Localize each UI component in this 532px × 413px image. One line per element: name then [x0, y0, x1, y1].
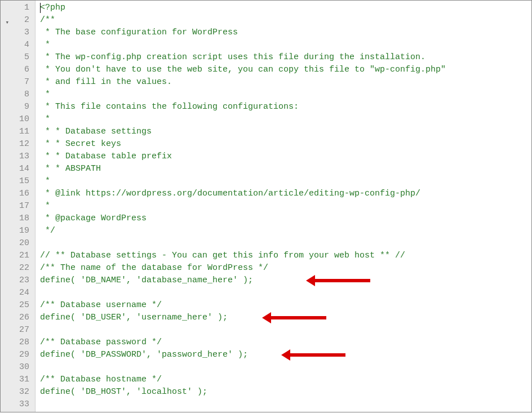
- code-text: );: [192, 387, 207, 397]
- code-text: *: [40, 176, 50, 186]
- code-editor[interactable]: 1 2▾ 3 4 5 6 7 8 9 10 11 12 13 14 15 16 …: [1, 1, 531, 412]
- line-number: 29: [1, 349, 33, 361]
- annotation-arrow-icon: [314, 279, 370, 282]
- code-text: /**: [40, 15, 55, 25]
- code-text: * You don't have to use the web site, yo…: [40, 65, 446, 74]
- code-line-17[interactable]: *: [40, 200, 531, 212]
- code-text: define(: [40, 313, 81, 322]
- code-line-15[interactable]: *: [40, 175, 531, 188]
- code-text: *: [40, 90, 50, 99]
- code-line-27[interactable]: [40, 324, 531, 336]
- code-line-32[interactable]: define( 'DB_HOST', 'localhost' );: [40, 386, 531, 398]
- code-text: define(: [40, 350, 81, 359]
- line-number-gutter: 1 2▾ 3 4 5 6 7 8 9 10 11 12 13 14 15 16 …: [1, 1, 36, 412]
- code-text: ,: [126, 313, 136, 322]
- code-line-25[interactable]: /** Database username */: [40, 299, 531, 312]
- code-line-31[interactable]: /** Database hostname */: [40, 374, 531, 386]
- code-text: * @link https://wordpress.org/documentat…: [40, 189, 420, 198]
- code-text: ,: [126, 387, 136, 397]
- code-text: );: [233, 350, 248, 359]
- code-line-18[interactable]: * @package WordPress: [40, 212, 531, 225]
- line-number: 5: [1, 51, 33, 64]
- code-line-1[interactable]: <?php: [40, 2, 531, 14]
- code-line-6[interactable]: * You don't have to use the web site, yo…: [40, 64, 531, 76]
- code-text: /** Database username */: [40, 300, 162, 310]
- code-line-20[interactable]: [40, 237, 531, 250]
- line-number: 23: [1, 274, 33, 287]
- code-line-24[interactable]: [40, 287, 531, 299]
- code-line-30[interactable]: [40, 361, 531, 374]
- line-number: 24: [1, 287, 33, 299]
- line-number: 22: [1, 262, 33, 274]
- code-text: 'database_name_here': [136, 276, 238, 285]
- line-number: 26: [1, 312, 33, 324]
- code-line-13[interactable]: * * Database table prefix: [40, 150, 531, 163]
- code-text: 'DB_NAME': [81, 276, 126, 285]
- code-text: /** Database password */: [40, 337, 162, 347]
- code-text: 'localhost': [136, 387, 192, 397]
- code-line-19[interactable]: */: [40, 225, 531, 237]
- code-line-28[interactable]: /** Database password */: [40, 336, 531, 349]
- code-text: 'DB_HOST': [81, 387, 126, 397]
- line-number: 8: [1, 88, 33, 101]
- line-number: 16: [1, 188, 33, 200]
- line-number: 4: [1, 39, 33, 51]
- line-number: 1: [1, 2, 33, 14]
- code-text: */: [40, 226, 55, 236]
- code-area[interactable]: <?php /** * The base configuration for W…: [36, 1, 531, 412]
- line-number: 27: [1, 324, 33, 336]
- code-text: * * Database table prefix: [40, 152, 172, 161]
- line-number: 10: [1, 113, 33, 126]
- code-line-21[interactable]: // ** Database settings - You can get th…: [40, 250, 531, 262]
- line-number: 21: [1, 250, 33, 262]
- code-text: * This file contains the following confi…: [40, 102, 299, 112]
- code-text: * and fill in the values.: [40, 77, 172, 87]
- code-line-16[interactable]: * @link https://wordpress.org/documentat…: [40, 188, 531, 200]
- code-line-7[interactable]: * and fill in the values.: [40, 76, 531, 88]
- code-text: * The wp-config.php creation script uses…: [40, 52, 425, 62]
- code-text: // ** Database settings - You can get th…: [40, 251, 405, 260]
- line-number: 2▾: [1, 14, 33, 26]
- line-number: 15: [1, 175, 33, 188]
- line-number: 18: [1, 212, 33, 225]
- code-line-2[interactable]: /**: [40, 14, 531, 26]
- code-line-3[interactable]: * The base configuration for WordPress: [40, 26, 531, 39]
- code-line-11[interactable]: * * Database settings: [40, 126, 531, 138]
- code-line-33[interactable]: [40, 398, 531, 411]
- code-text: /** The name of the database for WordPre…: [40, 263, 268, 273]
- code-text: );: [212, 313, 228, 322]
- code-text: * * Database settings: [40, 127, 152, 136]
- code-line-10[interactable]: *: [40, 113, 531, 126]
- code-text: ,: [147, 350, 157, 359]
- code-text: *: [40, 40, 50, 50]
- code-line-29[interactable]: define( 'DB_PASSWORD', 'password_here' )…: [40, 349, 531, 361]
- line-number: 32: [1, 386, 33, 398]
- line-number: 31: [1, 374, 33, 386]
- line-number: 30: [1, 361, 33, 374]
- code-line-22[interactable]: /** The name of the database for WordPre…: [40, 262, 531, 274]
- code-text: *: [40, 114, 50, 124]
- code-line-23[interactable]: define( 'DB_NAME', 'database_name_here' …: [40, 274, 531, 287]
- code-text: ,: [126, 276, 136, 285]
- line-number: 33: [1, 398, 33, 411]
- code-line-12[interactable]: * * Secret keys: [40, 138, 531, 150]
- code-text: 'DB_PASSWORD': [81, 350, 147, 359]
- code-text: *: [40, 201, 50, 211]
- line-number: 7: [1, 76, 33, 88]
- code-text: * The base configuration for WordPress: [40, 28, 238, 37]
- code-line-5[interactable]: * The wp-config.php creation script uses…: [40, 51, 531, 64]
- code-line-26[interactable]: define( 'DB_USER', 'username_here' );: [40, 312, 531, 324]
- line-number: 9: [1, 101, 33, 113]
- code-text: * * ABSPATH: [40, 164, 101, 174]
- annotation-arrow-icon: [289, 353, 345, 357]
- code-text: 'password_here': [157, 350, 233, 359]
- code-line-8[interactable]: *: [40, 88, 531, 101]
- code-line-9[interactable]: * This file contains the following confi…: [40, 101, 531, 113]
- line-number: 13: [1, 150, 33, 163]
- code-line-4[interactable]: *: [40, 39, 531, 51]
- line-number: 28: [1, 336, 33, 349]
- code-line-14[interactable]: * * ABSPATH: [40, 163, 531, 175]
- code-text: * * Secret keys: [40, 139, 121, 149]
- line-number: 12: [1, 138, 33, 150]
- line-number: 11: [1, 126, 33, 138]
